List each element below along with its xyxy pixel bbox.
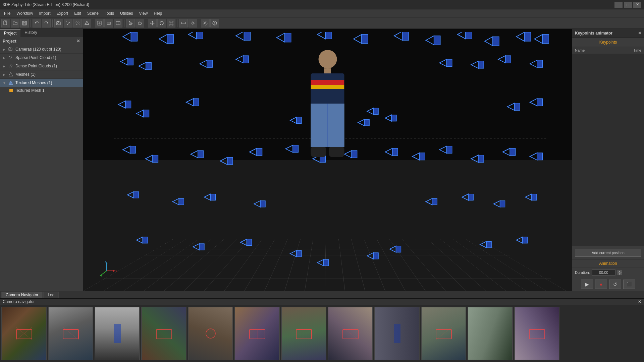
tb-view-top[interactable]: [104, 19, 113, 27]
sparse-label: Sparse Point Cloud (1): [15, 55, 56, 60]
svg-rect-87: [362, 35, 368, 44]
svg-rect-97: [525, 32, 531, 41]
tb-view-front[interactable]: [114, 19, 122, 27]
sep7: [199, 19, 199, 27]
tb-open[interactable]: [11, 19, 19, 27]
tb-measure[interactable]: [179, 19, 188, 27]
tb-redo[interactable]: [42, 19, 51, 27]
svg-rect-145: [420, 153, 425, 160]
tb-settings[interactable]: [201, 19, 210, 27]
tab-camera-navigator[interactable]: Camera Navigator: [1, 292, 43, 298]
svg-rect-216: [343, 329, 358, 339]
minimize-button[interactable]: ─: [614, 2, 623, 8]
menu-file[interactable]: File: [1, 10, 13, 16]
tb-point[interactable]: [189, 19, 197, 27]
svg-point-17: [77, 22, 78, 23]
svg-marker-152: [530, 153, 537, 160]
tree-item-dense[interactable]: ▶ Dense Point Clouds (1): [0, 62, 83, 70]
duration-input[interactable]: [592, 269, 615, 276]
svg-rect-179: [523, 237, 528, 243]
svg-point-66: [10, 65, 11, 66]
tb-lasso[interactable]: [136, 19, 144, 27]
svg-rect-218: [394, 324, 400, 343]
cam-thumb-4[interactable]: [141, 307, 186, 360]
camera-thumbnail-strip[interactable]: [0, 305, 644, 362]
menu-utilities[interactable]: Utilities: [117, 10, 136, 16]
maximize-button[interactable]: □: [624, 2, 632, 8]
duration-up-button[interactable]: ▲: [618, 270, 622, 273]
cam-thumb-3-image: [95, 307, 139, 360]
svg-rect-115: [537, 60, 542, 68]
tb-mesh[interactable]: [83, 19, 91, 27]
tb-new[interactable]: [1, 19, 10, 27]
sep4: [124, 19, 124, 27]
add-current-position-button[interactable]: Add current position: [575, 249, 641, 257]
record-button[interactable]: ●: [595, 280, 607, 289]
svg-point-60: [11, 56, 11, 57]
tb-rotate[interactable]: [157, 19, 166, 27]
tb-sparse[interactable]: [64, 19, 72, 27]
svg-marker-116: [118, 101, 126, 108]
play-button[interactable]: ▶: [581, 280, 593, 289]
svg-rect-215: [296, 329, 312, 339]
tab-project[interactable]: Project: [0, 29, 20, 37]
stop-button[interactable]: ⬛: [623, 280, 635, 289]
svg-marker-190: [358, 119, 364, 126]
svg-marker-118: [137, 110, 144, 117]
svg-point-10: [68, 23, 69, 24]
panel-close-button[interactable]: ✕: [76, 39, 80, 44]
svg-point-61: [9, 65, 9, 65]
tb-help[interactable]: ?: [210, 19, 219, 27]
svg-point-18: [78, 23, 79, 24]
tb-cam[interactable]: [54, 19, 63, 27]
svg-rect-165: [468, 194, 473, 200]
duration-down-button[interactable]: ▼: [618, 273, 622, 275]
cam-thumb-6[interactable]: [234, 307, 280, 360]
cam-thumb-8[interactable]: [328, 307, 373, 360]
cam-thumb-3[interactable]: [95, 307, 140, 360]
cam-thumb-11[interactable]: [468, 307, 513, 360]
menu-view[interactable]: View: [137, 10, 151, 16]
cam-thumb-8-image: [328, 307, 372, 360]
cam-nav-close-button[interactable]: ✕: [638, 299, 641, 304]
menu-workflow[interactable]: Workflow: [14, 10, 36, 16]
menu-edit[interactable]: Edit: [71, 10, 84, 16]
menu-scene[interactable]: Scene: [85, 10, 101, 16]
cam-thumb-10[interactable]: [421, 307, 466, 360]
menu-import[interactable]: Import: [36, 10, 53, 16]
tb-save[interactable]: [20, 19, 29, 27]
menu-help[interactable]: Help: [151, 10, 165, 16]
sep1: [31, 19, 31, 27]
tb-select[interactable]: [126, 19, 135, 27]
close-button[interactable]: ✕: [633, 2, 641, 8]
cam-thumb-1[interactable]: [1, 307, 47, 360]
tb-scale[interactable]: [167, 19, 175, 27]
loop-button[interactable]: ↺: [609, 280, 621, 289]
viewport[interactable]: X Z: [83, 29, 572, 291]
menu-export[interactable]: Export: [54, 10, 71, 16]
tree-item-textured-meshes[interactable]: ▼ Textured Meshes (1): [0, 79, 83, 87]
svg-rect-167: [500, 201, 505, 207]
cam-thumb-9[interactable]: [374, 307, 420, 360]
cam-thumb-5[interactable]: [188, 307, 233, 360]
cam-thumb-6-image: [235, 307, 279, 360]
svg-point-14: [78, 21, 78, 22]
tb-zoom-fit[interactable]: [95, 19, 104, 27]
tree-item-cameras[interactable]: ▶ Cameras (120 out of 120): [0, 45, 83, 54]
right-panel-close-button[interactable]: ✕: [638, 31, 641, 36]
cam-thumb-12[interactable]: [514, 307, 559, 360]
tab-log[interactable]: Log: [43, 292, 59, 298]
main-layout: Project History Project ✕ ▶ Cameras (120…: [0, 29, 644, 291]
tree-item-sparse[interactable]: ▶ Sparse Point Cloud (1): [0, 54, 83, 62]
cam-thumb-2[interactable]: [48, 307, 93, 360]
svg-rect-42: [172, 24, 173, 25]
tree-item-meshes[interactable]: ▶ Meshes (1): [0, 70, 83, 79]
tab-history[interactable]: History: [20, 29, 41, 37]
menu-tools[interactable]: Tools: [102, 10, 117, 16]
tb-dense[interactable]: [73, 19, 82, 27]
tb-undo[interactable]: [33, 19, 41, 27]
tb-move[interactable]: [148, 19, 157, 27]
svg-rect-85: [325, 32, 332, 39]
cam-thumb-7[interactable]: [281, 307, 326, 360]
sub-item-textured-mesh-1[interactable]: Textured Mesh 1: [0, 87, 83, 94]
